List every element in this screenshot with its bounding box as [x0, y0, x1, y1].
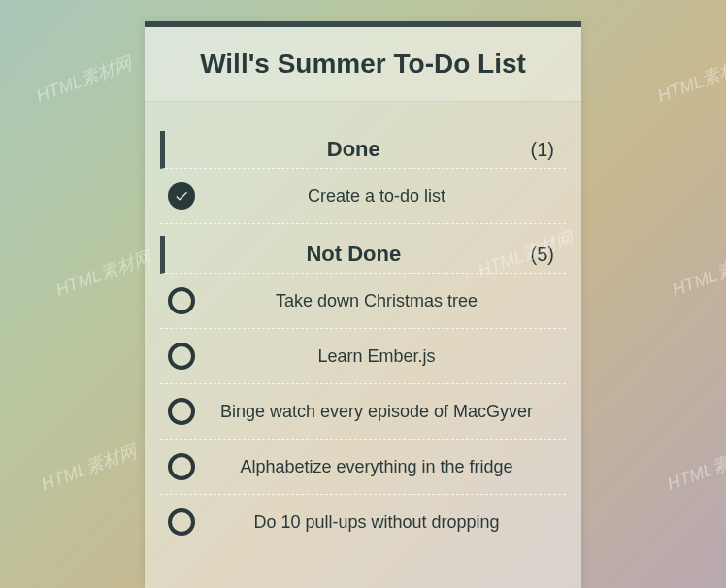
check-done-icon[interactable]	[168, 182, 195, 210]
item-label: Create a to-do list	[195, 186, 558, 207]
card-header: Will's Summer To-Do List	[145, 27, 581, 102]
watermark: HTML素材网	[38, 440, 140, 496]
item-label: Take down Christmas tree	[195, 291, 558, 311]
list-item[interactable]: Do 10 pull-ups without dropping	[160, 495, 566, 549]
watermark: HTML素材网	[669, 245, 726, 302]
section-header-notdone[interactable]: Not Done (5)	[160, 236, 566, 274]
watermark: HTML素材网	[654, 51, 726, 108]
item-label: Learn Ember.js	[195, 346, 558, 367]
check-empty-icon[interactable]	[168, 398, 195, 425]
section-title: Not Done	[177, 242, 531, 267]
item-label: Binge watch every episode of MacGyver	[195, 402, 558, 422]
section-title: Done	[177, 137, 531, 162]
todo-card: Will's Summer To-Do List Done (1) Create…	[145, 21, 581, 588]
list-item[interactable]: Binge watch every episode of MacGyver	[160, 384, 566, 440]
watermark: HTML素材网	[52, 245, 154, 302]
watermark: HTML素材网	[664, 440, 726, 496]
check-empty-icon[interactable]	[168, 453, 195, 480]
section-count: (5)	[531, 244, 554, 266]
page-title: Will's Summer To-Do List	[160, 49, 566, 80]
item-label: Alphabetize everything in the fridge	[195, 457, 558, 477]
section-header-done[interactable]: Done (1)	[160, 131, 566, 169]
list-item[interactable]: Take down Christmas tree	[160, 274, 566, 329]
list-item[interactable]: Create a to-do list	[160, 169, 566, 224]
list-item[interactable]: Learn Ember.js	[160, 329, 566, 384]
list-item[interactable]: Alphabetize everything in the fridge	[160, 440, 566, 495]
section-count: (1)	[531, 139, 554, 161]
item-label: Do 10 pull-ups without dropping	[195, 512, 558, 533]
watermark: HTML素材网	[33, 51, 135, 108]
check-empty-icon[interactable]	[168, 287, 195, 314]
check-empty-icon[interactable]	[168, 343, 195, 370]
list-container: Done (1) Create a to-do list Not Done (5…	[145, 102, 581, 565]
check-empty-icon[interactable]	[168, 508, 195, 536]
